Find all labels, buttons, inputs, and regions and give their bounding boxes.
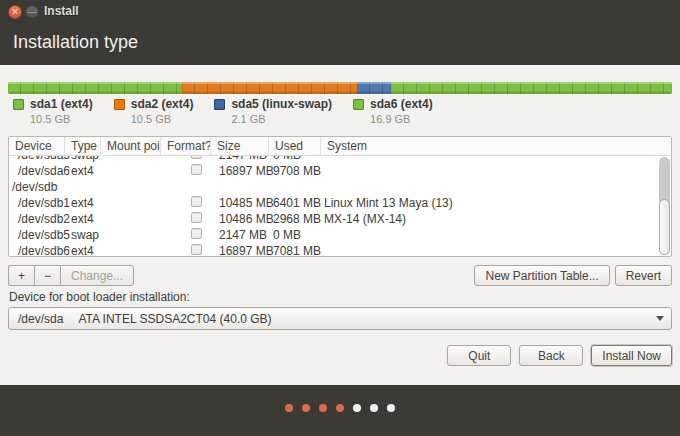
table-row-sdb6[interactable]: /dev/sdb6 ext4 16897 MB 7081 MB [9, 243, 671, 257]
cell-size: 2147 MB [211, 156, 269, 162]
bar-segment-sda2 [182, 82, 356, 94]
cell-device: /dev/sdb6 [9, 244, 65, 257]
progress-dot-inactive [353, 404, 361, 412]
column-header-size[interactable]: Size [211, 137, 269, 155]
legend-label: sda1 (ext4) [30, 97, 93, 111]
cell-format [161, 164, 211, 178]
bootloader-device: /dev/sda [18, 312, 63, 326]
column-header-system[interactable]: System [321, 137, 671, 155]
cell-device: /dev/sda6 [9, 164, 65, 178]
partition-actions: + − Change... New Partition Table... Rev… [8, 265, 672, 287]
table-row-sda5[interactable]: /dev/sda5 swap 2147 MB 0 MB [9, 156, 671, 163]
table-scrollbar[interactable] [659, 157, 670, 255]
column-header-mount-point[interactable]: Mount point [101, 137, 161, 155]
legend-swatch-sda6 [353, 99, 364, 110]
add-partition-button[interactable]: + [8, 265, 34, 286]
table-row-sdb1[interactable]: /dev/sdb1 ext4 10485 MB 6401 MB Linux Mi… [9, 195, 671, 211]
legend-swatch-sda2 [114, 99, 125, 110]
cell-used: 6401 MB [269, 196, 321, 210]
bar-segment-sda6 [391, 82, 672, 94]
bar-segment-sda5 [357, 82, 392, 94]
install-now-button[interactable]: Install Now [591, 345, 672, 366]
cell-used: 0 MB [269, 228, 321, 242]
legend-label: sda6 (ext4) [370, 97, 433, 111]
partition-usage-bar [8, 82, 672, 94]
cell-device: /dev/sda5 [9, 156, 65, 162]
format-checkbox[interactable] [191, 228, 202, 239]
progress-dot-active [319, 404, 327, 412]
cell-size: 10486 MB [211, 212, 269, 226]
cell-format [161, 228, 211, 242]
cell-system: MX-14 (MX-14) [321, 212, 671, 226]
column-header-device[interactable]: Device [9, 137, 65, 155]
partition-table: Device Type Mount point Format? Size Use… [8, 136, 672, 257]
table-row-sdb2[interactable]: /dev/sdb2 ext4 10486 MB 2968 MB MX-14 (M… [9, 211, 671, 227]
legend-label: sda5 (linux-swap) [231, 97, 332, 111]
format-checkbox[interactable] [191, 244, 202, 255]
cell-device: /dev/sdb [9, 180, 65, 194]
cell-device: /dev/sdb5 [9, 228, 65, 242]
progress-dot-active [302, 404, 310, 412]
table-row-sdb5[interactable]: /dev/sdb5 swap 2147 MB 0 MB [9, 227, 671, 243]
change-partition-button[interactable]: Change... [60, 265, 134, 286]
column-header-type[interactable]: Type [65, 137, 101, 155]
minimize-icon[interactable]: — [25, 5, 39, 19]
legend-size: 16.9 GB [370, 113, 433, 125]
column-header-used[interactable]: Used [269, 137, 321, 155]
progress-dot-inactive [370, 404, 378, 412]
quit-button[interactable]: Quit [447, 345, 511, 366]
legend-item: sda2 (ext4) 10.5 GB [114, 97, 194, 125]
bootloader-label: Device for boot loader installation: [9, 290, 190, 304]
bar-segment-sda1 [8, 82, 182, 94]
footer-buttons: Quit Back Install Now [447, 345, 672, 366]
cell-type: ext4 [65, 212, 101, 226]
legend-size: 10.5 GB [30, 113, 93, 125]
legend-label: sda2 (ext4) [131, 97, 194, 111]
cell-format [161, 212, 211, 226]
format-checkbox[interactable] [191, 164, 202, 175]
table-body: /dev/sda5 swap 2147 MB 0 MB /dev/sda6 ex… [9, 156, 671, 257]
progress-strip [0, 385, 680, 436]
cell-size: 10485 MB [211, 196, 269, 210]
revert-button[interactable]: Revert [615, 265, 672, 286]
table-header: Device Type Mount point Format? Size Use… [9, 137, 671, 156]
remove-partition-button[interactable]: − [34, 265, 60, 286]
table-row-sdb-disk[interactable]: /dev/sdb [9, 179, 671, 195]
legend-item: sda1 (ext4) 10.5 GB [13, 97, 93, 125]
bootloader-device-select[interactable]: /dev/sda ATA INTEL SSDSA2CT04 (40.0 GB) [8, 307, 672, 330]
cell-device: /dev/sdb1 [9, 196, 65, 210]
cell-type: swap [65, 156, 101, 162]
table-actions: New Partition Table... Revert [474, 265, 672, 286]
installer-window: ✕ — Install Installation type sda1 (ext4… [0, 0, 680, 436]
close-icon[interactable]: ✕ [8, 5, 22, 19]
legend-swatch-sda5 [214, 99, 225, 110]
format-checkbox[interactable] [191, 212, 202, 223]
new-partition-table-button[interactable]: New Partition Table... [474, 265, 609, 286]
cell-used: 7081 MB [269, 244, 321, 257]
cell-type: ext4 [65, 196, 101, 210]
format-checkbox[interactable] [191, 156, 202, 159]
cell-type: ext4 [65, 244, 101, 257]
cell-used: 2968 MB [269, 212, 321, 226]
back-button[interactable]: Back [519, 345, 583, 366]
progress-dot-active [285, 404, 293, 412]
table-row-sda6[interactable]: /dev/sda6 ext4 16897 MB 9708 MB [9, 163, 671, 179]
cell-format [161, 196, 211, 210]
scrollbar-thumb[interactable] [659, 199, 670, 255]
legend-size: 10.5 GB [131, 113, 194, 125]
progress-dot-active [336, 404, 344, 412]
chevron-down-icon [656, 316, 664, 321]
legend-swatch-sda1 [13, 99, 24, 110]
titlebar-and-header: ✕ — Install Installation type [0, 0, 680, 65]
partition-legend: sda1 (ext4) 10.5 GB sda2 (ext4) 10.5 GB … [13, 97, 454, 125]
bootloader-device-description: ATA INTEL SSDSA2CT04 (40.0 GB) [78, 312, 271, 326]
legend-size: 2.1 GB [231, 113, 332, 125]
format-checkbox[interactable] [191, 196, 202, 207]
cell-size: 16897 MB [211, 244, 269, 257]
cell-size: 16897 MB [211, 164, 269, 178]
cell-device: /dev/sdb2 [9, 212, 65, 226]
legend-item: sda5 (linux-swap) 2.1 GB [214, 97, 332, 125]
cell-system: Linux Mint 13 Maya (13) [321, 196, 671, 210]
cell-format [161, 156, 211, 162]
column-header-format[interactable]: Format? [161, 137, 211, 155]
